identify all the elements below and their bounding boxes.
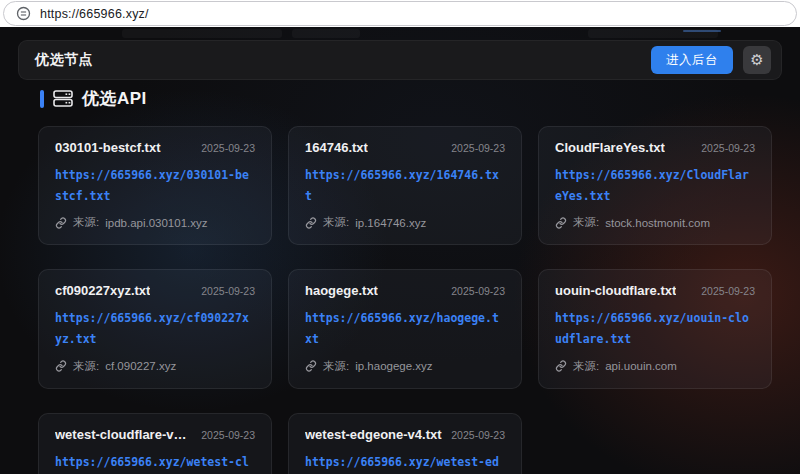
api-card: wetest-cloudflare-v4.txt 2025-09-23 http… xyxy=(38,413,272,474)
file-source-row: 来源: ip.164746.xyz xyxy=(305,215,505,230)
section-heading: 优选API xyxy=(40,87,147,110)
site-info-icon[interactable] xyxy=(16,6,31,21)
file-date: 2025-09-23 xyxy=(201,429,255,441)
api-card: uouin-cloudflare.txt 2025-09-23 https://… xyxy=(538,269,772,388)
file-url-link[interactable]: https://665966.xyz/cf090227xyz.txt xyxy=(55,308,255,349)
file-name: haogege.txt xyxy=(305,283,378,298)
api-card: haogege.txt 2025-09-23 https://665966.xy… xyxy=(288,269,522,388)
file-source-row: 来源: cf.090227.xyz xyxy=(55,359,255,374)
file-date: 2025-09-23 xyxy=(201,142,255,154)
gear-icon: ⚙ xyxy=(750,46,763,74)
source-value: ip.164746.xyz xyxy=(355,217,426,229)
file-url-link[interactable]: https://665966.xyz/CloudFlareYes.txt xyxy=(555,165,755,206)
link-icon xyxy=(305,217,317,229)
api-card: 030101-bestcf.txt 2025-09-23 https://665… xyxy=(38,126,272,245)
file-name: wetest-cloudflare-v4.txt xyxy=(55,427,193,442)
card-header: uouin-cloudflare.txt 2025-09-23 xyxy=(555,283,755,298)
file-source-row: 来源: ipdb.api.030101.xyz xyxy=(55,215,255,230)
file-name: uouin-cloudflare.txt xyxy=(555,283,676,298)
link-icon xyxy=(555,217,567,229)
card-header: CloudFlareYes.txt 2025-09-23 xyxy=(555,140,755,155)
browser-window: https://665966.xyz/ 优选节点 进入后台 ⚙ xyxy=(0,0,800,474)
link-icon xyxy=(305,360,317,372)
source-value: ip.haogege.xyz xyxy=(355,360,432,372)
file-url-link[interactable]: https://665966.xyz/030101-bestcf.txt xyxy=(55,165,255,206)
scroll-remnant xyxy=(683,30,721,32)
link-icon xyxy=(55,360,67,372)
enter-admin-button[interactable]: 进入后台 xyxy=(651,46,733,74)
link-icon xyxy=(555,360,567,372)
api-card: CloudFlareYes.txt 2025-09-23 https://665… xyxy=(538,126,772,245)
page-header: 优选节点 进入后台 ⚙ xyxy=(18,40,782,80)
file-url-link[interactable]: https://665966.xyz/164746.txt xyxy=(305,165,505,206)
file-url-link[interactable]: https://665966.xyz/wetest-cloudflare-v4.… xyxy=(55,452,255,474)
card-header: 030101-bestcf.txt 2025-09-23 xyxy=(55,140,255,155)
card-header: wetest-edgeone-v4.txt 2025-09-23 xyxy=(305,427,505,442)
source-value: cf.090227.xyz xyxy=(105,360,176,372)
file-url-link[interactable]: https://665966.xyz/uouin-cloudflare.txt xyxy=(555,308,755,349)
file-url-link[interactable]: https://665966.xyz/haogege.txt xyxy=(305,308,505,349)
card-header: 164746.txt 2025-09-23 xyxy=(305,140,505,155)
address-bar[interactable]: https://665966.xyz/ xyxy=(3,1,797,26)
source-label: 来源: xyxy=(573,359,599,374)
file-date: 2025-09-23 xyxy=(701,142,755,154)
api-card: 164746.txt 2025-09-23 https://665966.xyz… xyxy=(288,126,522,245)
file-name: 030101-bestcf.txt xyxy=(55,140,161,155)
section-title: 优选API xyxy=(82,87,147,110)
file-url-link[interactable]: https://665966.xyz/wetest-edgeone-v4.txt xyxy=(305,452,505,474)
file-name: CloudFlareYes.txt xyxy=(555,140,665,155)
source-value: api.uouin.com xyxy=(605,360,677,372)
url-text[interactable]: https://665966.xyz/ xyxy=(40,7,149,21)
file-date: 2025-09-23 xyxy=(201,285,255,297)
scroll-remnant xyxy=(292,29,360,38)
source-value: ipdb.api.030101.xyz xyxy=(105,217,207,229)
file-source-row: 来源: api.uouin.com xyxy=(555,359,755,374)
file-source-row: 来源: stock.hostmonit.com xyxy=(555,215,755,230)
scroll-remnant xyxy=(122,29,282,38)
page-title: 优选节点 xyxy=(35,51,93,69)
file-date: 2025-09-23 xyxy=(451,285,505,297)
source-label: 来源: xyxy=(323,359,349,374)
card-header: haogege.txt 2025-09-23 xyxy=(305,283,505,298)
page-background: 优选节点 进入后台 ⚙ 优选API xyxy=(0,27,800,474)
source-label: 来源: xyxy=(323,215,349,230)
source-value: stock.hostmonit.com xyxy=(605,217,710,229)
file-date: 2025-09-23 xyxy=(451,142,505,154)
file-name: cf090227xyz.txt xyxy=(55,283,150,298)
accent-bar xyxy=(40,90,44,108)
api-card: wetest-edgeone-v4.txt 2025-09-23 https:/… xyxy=(288,413,522,474)
source-label: 来源: xyxy=(573,215,599,230)
file-source-row: 来源: ip.haogege.xyz xyxy=(305,359,505,374)
file-date: 2025-09-23 xyxy=(701,285,755,297)
api-card: cf090227xyz.txt 2025-09-23 https://66596… xyxy=(38,269,272,388)
settings-button[interactable]: ⚙ xyxy=(743,46,771,74)
file-name: wetest-edgeone-v4.txt xyxy=(305,427,442,442)
file-name: 164746.txt xyxy=(305,140,368,155)
file-date: 2025-09-23 xyxy=(451,429,505,441)
server-icon xyxy=(53,90,73,107)
api-card-grid: 030101-bestcf.txt 2025-09-23 https://665… xyxy=(38,126,772,474)
source-label: 来源: xyxy=(73,215,99,230)
card-header: wetest-cloudflare-v4.txt 2025-09-23 xyxy=(55,427,255,442)
link-icon xyxy=(55,217,67,229)
source-label: 来源: xyxy=(73,359,99,374)
card-header: cf090227xyz.txt 2025-09-23 xyxy=(55,283,255,298)
